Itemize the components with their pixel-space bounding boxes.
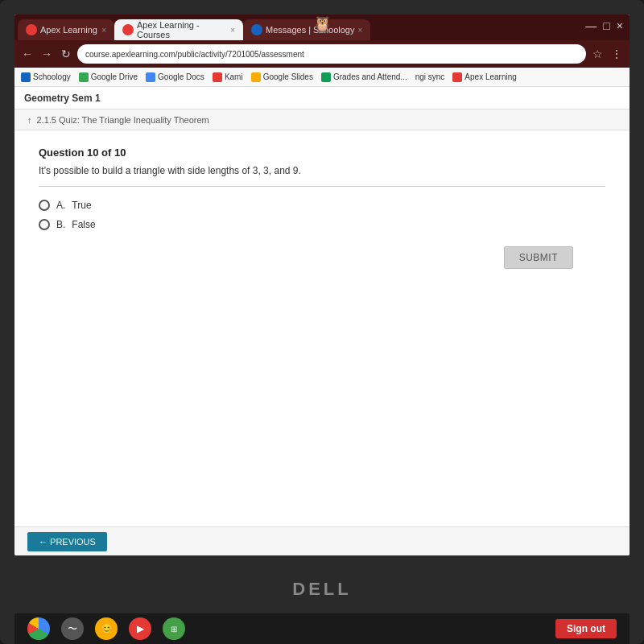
address-field[interactable]: course.apexlearning.com/public/activity/… (77, 44, 586, 64)
breadcrumb-text: 2.1.5 Quiz: The Triangle Inequality Theo… (37, 115, 209, 125)
url-text: course.apexlearning.com/public/activity/… (85, 50, 304, 59)
tab-favicon-3 (251, 24, 262, 35)
tab-label-2: Apex Learning - Courses (137, 20, 227, 39)
bookmark-favicon-8 (452, 72, 462, 82)
previous-button[interactable]: ← PREVIOUS (27, 532, 107, 551)
tab-close-3[interactable]: × (357, 26, 362, 35)
taskbar-icon-3[interactable]: 😊 (95, 617, 118, 640)
screen: Apex Learning × Apex Learning - Courses … (14, 14, 630, 555)
bottom-bar: ← PREVIOUS (14, 526, 630, 555)
question-number: Question 10 of 10 (39, 147, 605, 159)
bookmark-favicon-3 (146, 72, 155, 82)
taskbar-icon-2[interactable]: 〜 (61, 617, 84, 640)
back-button[interactable]: ← (19, 47, 35, 60)
forward-button[interactable]: → (39, 47, 55, 60)
bookmark-favicon-4 (213, 72, 222, 82)
breadcrumb-bar: ↑ 2.1.5 Quiz: The Triangle Inequality Th… (14, 109, 630, 130)
bookmark-ngi[interactable]: ngi sync (415, 72, 445, 81)
bookmark-grades[interactable]: Grades and Attend... (321, 72, 407, 82)
taskbar: 〜 😊 ▶ ⊞ Sign out (14, 613, 630, 644)
submit-area: SUBMIT (39, 246, 605, 269)
option-a[interactable]: A. True (39, 200, 605, 211)
dell-logo: DELL (292, 579, 351, 600)
option-b-text: False (72, 219, 95, 230)
tab-label-1: Apex Learning (40, 25, 97, 35)
bookmark-apex[interactable]: Apex Learning (452, 72, 517, 82)
tab-bar-controls: — □ × (585, 19, 623, 32)
bookmark-label-4: Kami (225, 72, 243, 81)
tab-favicon-2 (122, 24, 134, 35)
star-icon[interactable]: ☆ (589, 47, 605, 60)
bookmark-label-2: Google Drive (91, 72, 138, 81)
sign-out-button[interactable]: Sign out (555, 619, 617, 638)
maximize-icon[interactable]: □ (603, 19, 609, 32)
tab-label-3: Messages | Schoology (266, 25, 354, 35)
bookmark-label-1: Schoology (33, 72, 71, 81)
course-name: Geometry Sem 1 (24, 93, 101, 104)
radio-b[interactable] (39, 219, 50, 230)
tab-apex-courses[interactable]: Apex Learning - Courses × (114, 19, 243, 40)
taskbar-icon-youtube[interactable]: ▶ (129, 617, 151, 640)
tab-favicon-1 (26, 24, 37, 35)
option-a-label: A. (56, 200, 65, 211)
refresh-button[interactable]: ↻ (58, 47, 74, 60)
taskbar-icon-5[interactable]: ⊞ (163, 617, 185, 640)
tab-close-2[interactable]: × (230, 26, 235, 35)
question-text: It's possible to build a triangle with s… (39, 165, 605, 187)
submit-button[interactable]: SUBMIT (504, 246, 573, 269)
taskbar-icon-5-symbol: ⊞ (171, 625, 177, 634)
bookmark-schoology[interactable]: Schoology (21, 72, 71, 82)
bookmark-label-3: Google Docs (158, 72, 204, 81)
option-a-text: True (72, 200, 91, 211)
taskbar-icon-2-symbol: 〜 (68, 622, 77, 636)
minimize-icon[interactable]: — (585, 19, 597, 32)
bookmark-drive[interactable]: Google Drive (79, 72, 138, 82)
tab-apex-learning[interactable]: Apex Learning × (18, 19, 114, 40)
bookmark-label-5: Google Slides (263, 72, 313, 81)
bookmark-label-7: ngi sync (415, 72, 445, 81)
browser-window: Apex Learning × Apex Learning - Courses … (14, 14, 630, 555)
taskbar-youtube-symbol: ▶ (137, 623, 144, 634)
bookmark-label-6: Grades and Attend... (333, 72, 407, 81)
option-b-label: B. (56, 219, 65, 230)
bookmarks-bar: Schoology Google Drive Google Docs Kami … (14, 68, 630, 87)
menu-icon[interactable]: ⋮ (609, 47, 625, 60)
breadcrumb-arrow: ↑ (27, 115, 32, 125)
radio-a[interactable] (39, 200, 50, 211)
bookmark-favicon-6 (321, 72, 331, 82)
tab-close-1[interactable]: × (101, 26, 106, 35)
main-content: Question 10 of 10 It's possible to build… (14, 130, 630, 526)
bookmark-favicon-2 (79, 72, 89, 82)
option-b[interactable]: B. False (39, 219, 605, 230)
bookmark-label-8: Apex Learning (464, 72, 517, 81)
bookmark-kami[interactable]: Kami (213, 72, 243, 82)
owl-decoration: 🦉 (312, 14, 332, 34)
tab-schoology[interactable]: Messages | Schoology × (243, 19, 370, 40)
app-header: Geometry Sem 1 (14, 87, 630, 109)
close-icon[interactable]: × (617, 19, 623, 32)
bookmark-docs[interactable]: Google Docs (146, 72, 204, 82)
address-bar: ← → ↻ course.apexlearning.com/public/act… (14, 40, 630, 68)
taskbar-icon-3-symbol: 😊 (101, 623, 113, 634)
bookmark-slides[interactable]: Google Slides (251, 72, 313, 82)
chrome-taskbar-icon[interactable] (27, 617, 50, 640)
bookmark-favicon-5 (251, 72, 261, 82)
bookmark-favicon-1 (21, 72, 31, 82)
monitor: Apex Learning × Apex Learning - Courses … (0, 0, 644, 644)
